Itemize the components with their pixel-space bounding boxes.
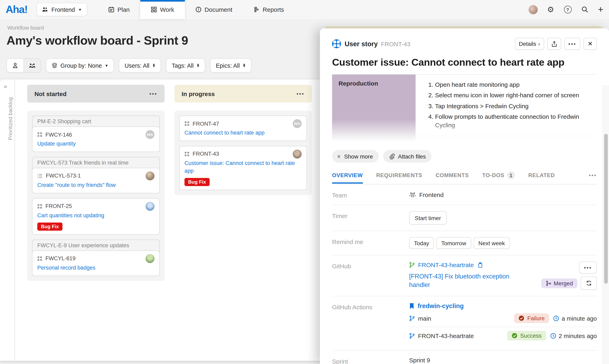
nav-tabs: Plan Work Document Reports	[98, 0, 295, 19]
card-link[interactable]: Create "route to my friends" flow	[37, 182, 155, 189]
tab-comments[interactable]: COMMENTS	[436, 172, 469, 183]
field-row-sprint: Sprint Sprint 9	[332, 351, 597, 364]
tab-plan[interactable]: Plan	[98, 0, 140, 19]
repro-step: Follow prompts to authenticate connectio…	[435, 112, 594, 130]
team-view-toggle[interactable]	[24, 59, 40, 72]
run-branch: FRONT-43-heartrate	[418, 332, 474, 339]
card-link[interactable]: Personal record badges	[37, 264, 155, 272]
up-down-arrows-icon: ▲▼	[197, 64, 200, 67]
field-row-timer: Timer Start timer	[332, 205, 597, 231]
pr-status-badge: Merged	[541, 278, 577, 288]
prioritized-backlog-rail[interactable]: » Prioritized backlog	[0, 79, 15, 361]
tab-work[interactable]: Work	[140, 0, 185, 19]
field-row-github-actions: GitHub Actions fredwin-cycling main	[332, 296, 597, 351]
single-user-toggle[interactable]	[7, 59, 24, 72]
workspace-selector[interactable]: Frontend ▼	[37, 3, 87, 16]
epics-filter[interactable]: Epics: All ▲▼	[210, 58, 252, 73]
column-cards: FRONT-47 N/A Cannot connect to heart rat…	[174, 111, 312, 195]
more-actions-button[interactable]: •••	[564, 38, 581, 50]
card-id: FRONT-47	[193, 121, 219, 127]
epic-group[interactable]: PM-E-2 Shopping cart FWCY-146 N/A Update…	[32, 116, 160, 152]
github-pr-link[interactable]: [FRONT-43] Fix bluetooth exception handl…	[409, 272, 531, 290]
field-row-github: GitHub FRONT-43-heartrate [FRONT-43] Fix…	[332, 255, 597, 296]
chevron-down-icon: ▼	[78, 8, 82, 12]
field-label: GitHub	[332, 261, 409, 290]
card[interactable]: FWCYL-573-1 Create "route to my friends"…	[32, 168, 160, 193]
tab-document[interactable]: Document	[185, 0, 243, 19]
people-icon	[29, 63, 36, 68]
field-value: fredwin-cycling main Failure	[409, 302, 597, 344]
tabs-overflow-icon[interactable]: •••	[589, 173, 597, 183]
description-row-label: Actual behavior	[332, 136, 416, 144]
person-icon	[12, 62, 18, 68]
panel-tabs: OVERVIEW REQUIREMENTS COMMENTS TO-DOS1 R…	[332, 171, 597, 184]
tab-label: Document	[205, 6, 232, 13]
user-avatar[interactable]	[529, 5, 537, 14]
team-value[interactable]: Frontend	[419, 191, 444, 198]
expand-rail-icon[interactable]: »	[4, 83, 7, 90]
tab-todos[interactable]: TO-DOS1	[482, 171, 515, 184]
search-icon[interactable]	[581, 6, 588, 13]
card[interactable]: FWCY-146 N/A Update quantity	[32, 127, 160, 152]
record-ref: FRONT-43	[381, 40, 410, 47]
show-more-button[interactable]: » Show more	[332, 150, 379, 163]
help-icon[interactable]: ?	[564, 6, 571, 13]
panel-actions: Details › ••• ✕	[515, 38, 597, 50]
run-time-label: 2 minutes ago	[559, 332, 597, 339]
remind-today-button[interactable]: Today	[409, 237, 434, 249]
tab-reports[interactable]: Reports	[243, 0, 295, 19]
copy-icon[interactable]	[477, 262, 482, 268]
epic-group[interactable]: FWCYL-573 Track friends in real time FWC…	[32, 157, 160, 193]
github-repo-link[interactable]: fredwin-cycling	[418, 302, 464, 310]
remind-tomorrow-button[interactable]: Tomorrow	[437, 237, 471, 249]
panel-scrollbar[interactable]	[603, 85, 609, 364]
story-icon	[37, 256, 42, 261]
tags-filter[interactable]: Tags: All ▲▼	[166, 58, 205, 73]
start-timer-button[interactable]: Start timer	[409, 211, 447, 225]
card-link[interactable]: Cannot connect to heart rate app	[185, 129, 302, 137]
github-branch-link[interactable]: FRONT-43-heartrate	[418, 261, 474, 268]
card[interactable]: FWCYL-619 Personal record badges	[32, 250, 160, 276]
refresh-button[interactable]	[581, 276, 597, 290]
card-link[interactable]: Customer issue: Cannot connect to heart …	[185, 160, 302, 175]
field-value: FRONT-43-heartrate [FRONT-43] Fix blueto…	[409, 261, 597, 290]
nav-right: ⚙ ? +	[529, 5, 603, 14]
remind-next-week-button[interactable]: Next week	[474, 237, 510, 249]
column-menu-icon[interactable]: •••	[149, 91, 157, 96]
add-icon[interactable]: +	[598, 5, 603, 14]
close-button[interactable]: ✕	[584, 38, 597, 50]
details-button[interactable]: Details ›	[515, 38, 544, 50]
run-status-label: Success	[520, 332, 542, 339]
tab-requirements[interactable]: REQUIREMENTS	[376, 172, 422, 183]
card[interactable]: FRONT-25 Cart quantities not updating Bu…	[32, 198, 160, 235]
card[interactable]: FRONT-47 N/A Cannot connect to heart rat…	[179, 116, 307, 141]
workflow-run-row: FRONT-43-heartrate Success 2 minutes ago	[409, 327, 597, 344]
pr-status-label: Merged	[554, 280, 573, 286]
sprint-value[interactable]: Sprint 9	[409, 357, 597, 364]
double-chevron-down-icon: »	[337, 155, 342, 158]
scrollbar-thumb[interactable]	[604, 134, 608, 284]
panel-header: User story FRONT-43 Details › ••• ✕	[332, 38, 597, 50]
card-link[interactable]: Update quantity	[37, 140, 155, 148]
users-filter[interactable]: Users: All ▲▼	[119, 58, 161, 73]
tab-related[interactable]: RELATED	[528, 172, 555, 183]
column-title: Not started	[34, 90, 66, 97]
avatar: N/A	[293, 119, 302, 128]
card[interactable]: FRONT-43 Customer issue: Cannot connect …	[179, 146, 307, 190]
gear-icon[interactable]: ⚙	[547, 6, 554, 13]
github-more-button[interactable]: •••	[579, 261, 597, 273]
users-filter-label: Users: All	[125, 62, 150, 69]
tab-overview[interactable]: OVERVIEW	[332, 172, 363, 183]
share-button[interactable]	[547, 38, 561, 50]
epic-group[interactable]: FWCYL-E-9 User experience updates FWCYL-…	[32, 239, 160, 276]
card-id: FWCY-146	[45, 131, 72, 138]
card-link[interactable]: Cart quantities not updating	[37, 212, 155, 220]
aha-logo[interactable]: Aha!	[6, 3, 27, 16]
people-icon	[42, 7, 48, 12]
attach-files-button[interactable]: Attach files	[383, 150, 431, 163]
story-icon	[185, 121, 189, 126]
group-by-dropdown[interactable]: Group by: None ▼	[46, 58, 114, 73]
git-merge-icon	[545, 280, 551, 286]
column-menu-icon[interactable]: •••	[297, 91, 304, 96]
detail-panel: User story FRONT-43 Details › ••• ✕ Cust…	[320, 28, 609, 364]
